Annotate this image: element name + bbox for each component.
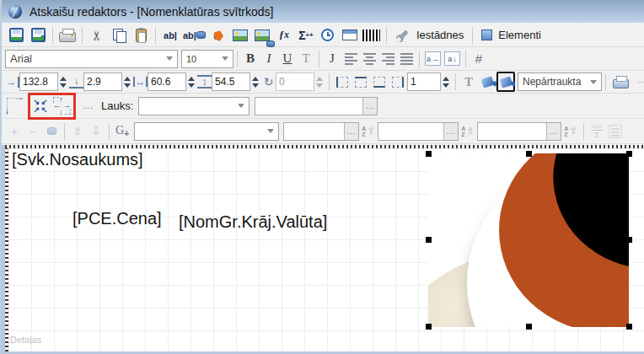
font-dialog-button[interactable]: T — [297, 49, 315, 69]
selection-handle[interactable] — [526, 151, 532, 157]
selection-handle[interactable] — [626, 237, 632, 243]
font-color-button[interactable]: T — [459, 72, 478, 92]
border-width-spinner[interactable] — [443, 77, 449, 88]
more-options-button[interactable]: ... — [79, 96, 98, 116]
band-list-button[interactable] — [606, 121, 625, 142]
shape-ring — [207, 34, 216, 42]
sort-input-1[interactable] — [284, 123, 344, 140]
add-group-button[interactable]: G+ — [113, 121, 131, 142]
top-spinner[interactable] — [124, 77, 131, 88]
title-bar: Atskaišu redaktors - [Nomenklatūras svīt… — [2, 0, 644, 24]
field-select[interactable] — [138, 97, 250, 115]
small-printer-icon — [613, 79, 629, 88]
band-detalas[interactable]: [Svk.Nosaukums] [PCE.Cena] [NomGr.Krāj.V… — [8, 148, 644, 351]
border-right-button[interactable] — [389, 72, 407, 91]
add-button[interactable]: + — [5, 121, 24, 142]
clock-icon — [321, 29, 334, 41]
selection-handle[interactable] — [526, 324, 532, 330]
save-as-button[interactable]: ? — [27, 25, 49, 46]
sort-direction-3[interactable]: AZ⇧ — [561, 121, 580, 142]
sort-direction-1[interactable]: AZ⇧ — [359, 121, 378, 142]
save-button[interactable] — [5, 25, 27, 46]
font-family-select[interactable]: Arial — [5, 50, 178, 68]
text-object-pce-cena[interactable]: [PCE.Cena] — [72, 209, 162, 228]
design-canvas[interactable]: [Svk.Nosaukums] [PCE.Cena] [NomGr.Krāj.V… — [2, 145, 644, 354]
settings-button[interactable]: Iestādnes — [390, 25, 469, 46]
image-object-button[interactable] — [229, 25, 251, 46]
align-center-button[interactable] — [360, 49, 378, 69]
height-spinner[interactable] — [252, 77, 259, 88]
selection-handle[interactable] — [426, 237, 432, 243]
printer-icon — [59, 32, 76, 42]
left-position-input[interactable] — [19, 72, 58, 91]
expression-input[interactable] — [255, 98, 362, 115]
text-direction-horizontal-button[interactable]: a→ — [423, 49, 443, 69]
separator — [155, 27, 156, 44]
align-left-button[interactable] — [341, 49, 360, 69]
font-size-select[interactable]: 10 — [181, 50, 233, 68]
elements-button[interactable]: Elementi — [476, 25, 546, 46]
height-input[interactable] — [212, 72, 250, 91]
cut-button[interactable]: ✂ — [86, 25, 108, 46]
selected-image-object[interactable] — [428, 153, 629, 327]
print-button[interactable] — [56, 25, 78, 46]
selection-handle[interactable] — [626, 151, 632, 157]
text-direction-vertical-icon: a↓ — [444, 51, 460, 66]
db-text-object-button[interactable]: ab| — [181, 25, 207, 46]
sort-browse-1[interactable]: ... — [344, 123, 358, 140]
paste-button[interactable] — [130, 25, 152, 46]
add-datasource-button[interactable] — [42, 121, 61, 142]
print-setup-button[interactable] — [609, 72, 631, 92]
move-down-button[interactable]: ⇩ — [87, 121, 105, 142]
align-right-button[interactable] — [378, 49, 397, 69]
autosize-button[interactable]: → ↓ — [5, 96, 25, 116]
fill-color-button[interactable] — [478, 72, 496, 92]
width-input[interactable] — [148, 72, 186, 91]
underline-button[interactable]: U — [278, 49, 297, 69]
bold-button[interactable]: B — [241, 49, 260, 69]
format-button[interactable]: # — [470, 49, 488, 69]
border-top-button[interactable] — [352, 72, 370, 91]
form-button[interactable] — [339, 25, 361, 46]
shape-object-button[interactable] — [207, 25, 229, 46]
selection-handle[interactable] — [426, 324, 432, 330]
aggregate-total-button[interactable]: 40.0Σ — [588, 121, 606, 142]
line-style-select[interactable]: Nepārtraukta — [518, 72, 602, 91]
text-object-nomgr-kraj-valuta[interactable]: [NomGr.Krāj.Valūta] — [179, 212, 327, 232]
highlight-annotation: ↘ ↙ ↗ ↖ ↑ ← → ↓ — [28, 93, 76, 120]
border-bottom-button[interactable] — [370, 72, 389, 91]
sort-browse-3[interactable]: ... — [546, 123, 561, 140]
barcode-button[interactable] — [361, 25, 383, 46]
coffee-cup-photo[interactable] — [428, 153, 629, 327]
function-button[interactable]: ƒx — [273, 25, 295, 46]
datetime-button[interactable] — [317, 25, 339, 46]
selection-handle[interactable] — [626, 324, 632, 330]
group-select[interactable] — [134, 122, 279, 141]
db-image-object-button[interactable] — [251, 25, 273, 46]
copy-button[interactable] — [108, 25, 130, 46]
text-direction-vertical-button[interactable]: a↓ — [443, 49, 462, 69]
selection-handle[interactable] — [426, 151, 432, 157]
sort-input-3[interactable] — [478, 123, 546, 140]
expression-browse-button[interactable]: ... — [362, 98, 377, 115]
rotate-text-button[interactable]: J — [323, 49, 341, 69]
remove-button[interactable]: − — [24, 121, 42, 142]
border-color-button[interactable] — [496, 72, 515, 92]
sort-browse-2[interactable]: ... — [443, 123, 458, 140]
top-position-input[interactable] — [83, 72, 122, 91]
grow-to-fit-button[interactable]: ↑ ← → ↓ — [51, 96, 72, 116]
zoom-out-button[interactable]: − — [631, 72, 644, 92]
text-object-button[interactable]: ab| — [159, 25, 181, 46]
sort-direction-2[interactable]: AZ⇧ — [459, 121, 477, 142]
aggregate-button[interactable]: Σ÷+ — [295, 25, 317, 46]
left-spinner[interactable] — [60, 77, 67, 88]
shrink-to-fit-button[interactable]: ↘ ↙ ↗ ↖ — [31, 96, 50, 116]
sort-input-2[interactable] — [378, 123, 443, 140]
move-up-button[interactable]: ⇧ — [68, 121, 87, 142]
text-object-svk-nosaukums[interactable]: [Svk.Nosaukums] — [12, 150, 143, 169]
border-left-button[interactable] — [333, 72, 352, 91]
width-spinner[interactable] — [188, 77, 195, 88]
border-width-input[interactable] — [407, 72, 441, 91]
italic-button[interactable]: I — [260, 49, 278, 69]
align-justify-button[interactable] — [397, 49, 416, 69]
